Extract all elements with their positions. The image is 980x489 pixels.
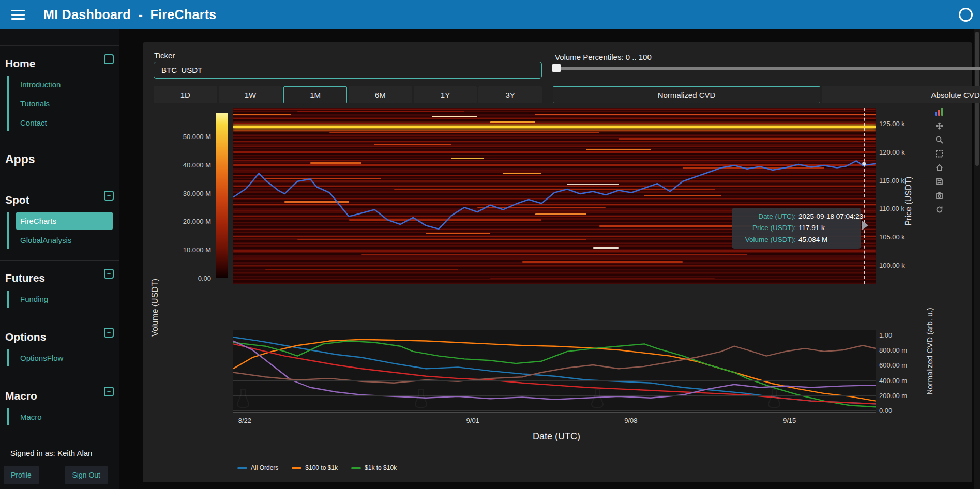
section-heading: Apps xyxy=(5,152,35,166)
section-heading: Options xyxy=(5,331,46,343)
app-title: MI Dashboard - FireCharts xyxy=(43,7,217,22)
firecharts-figure: Volume (USDT) 50.000 M40.000 M30.000 M20… xyxy=(143,106,972,482)
x-tick-label: 9/01 xyxy=(466,417,479,424)
legend-label: All Orders xyxy=(251,464,278,471)
legend-item-all-orders[interactable]: All Orders xyxy=(237,464,278,471)
tooltip-label: Date (UTC): xyxy=(735,212,796,221)
top-bar: MI Dashboard - FireCharts xyxy=(0,0,980,29)
sidebar-item-contact[interactable]: Contact xyxy=(16,114,114,131)
divider xyxy=(0,437,119,437)
legend-item--100-to-1k[interactable]: $100 to $1k xyxy=(292,464,338,471)
range-button-1m[interactable]: 1M xyxy=(283,86,347,103)
cvd-tick-label: 0.00 xyxy=(879,407,892,415)
sidebar-section-apps: Apps xyxy=(0,143,119,177)
x-tick-label: 9/15 xyxy=(783,417,796,424)
range-button-1w[interactable]: 1W xyxy=(219,86,282,103)
x-tick-mark xyxy=(790,413,790,416)
price-tick-label: 115.00 k xyxy=(879,177,904,185)
reset-icon[interactable] xyxy=(934,204,944,215)
tooltip-arrow-icon xyxy=(862,221,868,230)
cvd-tick-label: 200.00 m xyxy=(879,392,907,400)
sidebar-section-options: Options−OptionsFlow xyxy=(0,319,119,373)
tooltip-value: 45.084 M xyxy=(798,235,827,244)
menu-icon[interactable] xyxy=(4,0,32,29)
x-tick-label: 9/08 xyxy=(624,417,637,424)
x-tick-mark xyxy=(631,413,631,416)
price-line-chart xyxy=(233,108,876,284)
sidebar-section-macro: Macro−Macro xyxy=(0,378,119,432)
price-tick-label: 120.00 k xyxy=(879,148,905,156)
section-heading: Futures xyxy=(5,272,45,284)
range-button-6m[interactable]: 6M xyxy=(349,86,412,103)
pan-icon[interactable] xyxy=(934,120,944,131)
range-button-1y[interactable]: 1Y xyxy=(414,86,477,103)
cvd-tick-label: 800.00 m xyxy=(879,346,907,354)
heatmap-plot[interactable] xyxy=(233,108,876,284)
gridline xyxy=(790,330,790,412)
legend-row-1: All Orders$100 to $1k$1k to $10k xyxy=(237,464,397,471)
gridline xyxy=(233,350,876,350)
volume-percentiles-slider[interactable] xyxy=(553,64,980,73)
sidebar-section-spot: Spot−FireChartsGlobalAnalysis xyxy=(0,182,119,255)
volume-percentiles-label: Volume Percentiles: 0 .. 100 xyxy=(555,53,652,62)
watermark-icon xyxy=(766,389,782,411)
x-tick-mark xyxy=(473,413,473,416)
colorbar-tick-label: 0.00 xyxy=(178,274,211,282)
collapse-icon[interactable]: − xyxy=(104,328,114,338)
colorbar-tick-label: 40.000 M xyxy=(178,161,211,169)
slider-handle-low[interactable] xyxy=(552,64,561,72)
collapse-icon[interactable]: − xyxy=(104,269,114,279)
toggle-button-absolute-cvd[interactable]: Absolute CVD xyxy=(822,86,980,103)
sidebar-top-pad xyxy=(0,29,119,46)
toggle-button-normalized-cvd[interactable]: Normalized CVD xyxy=(553,86,820,103)
zoom-icon[interactable] xyxy=(934,134,944,145)
range-button-1d[interactable]: 1D xyxy=(154,86,217,103)
legend-label: $100 to $1k xyxy=(305,464,338,471)
sidebar: Home−IntroductionTutorialsContactAppsSpo… xyxy=(0,29,119,489)
box-select-icon[interactable] xyxy=(934,148,944,159)
sidebar-item-globalanalysis[interactable]: GlobalAnalysis xyxy=(16,232,114,249)
tooltip-value: 117.91 k xyxy=(798,223,825,233)
main-content-card: Ticker Volume Percentiles: 0 .. 100 1D1W… xyxy=(143,42,972,482)
range-button-3y[interactable]: 3Y xyxy=(478,86,542,103)
legend-swatch xyxy=(237,467,247,469)
ticker-input[interactable] xyxy=(154,62,542,79)
cvd-tick-label: 400.00 m xyxy=(879,377,907,385)
collapse-icon[interactable]: − xyxy=(104,54,114,64)
legend-item--1k-to-10k[interactable]: $1k to $10k xyxy=(351,464,397,471)
crosshair-line xyxy=(864,108,865,284)
collapse-icon[interactable]: − xyxy=(104,387,114,396)
sidebar-item-introduction[interactable]: Introduction xyxy=(16,76,114,93)
tooltip-label: Volume (USDT): xyxy=(735,235,796,244)
watermark-icon xyxy=(590,389,605,411)
save-icon[interactable] xyxy=(934,176,944,187)
sidebar-item-optionsflow[interactable]: OptionsFlow xyxy=(16,349,114,366)
cvd-tick-label: 600.00 m xyxy=(879,361,907,369)
sign-out-button[interactable]: Sign Out xyxy=(65,466,108,484)
x-axis-title: Date (UTC) xyxy=(500,431,613,442)
camera-icon[interactable] xyxy=(934,190,944,201)
legend-swatch xyxy=(292,467,301,469)
colorbar-tick-label: 50.000 M xyxy=(178,133,211,141)
gridline xyxy=(233,335,876,335)
cvd-tick-label: 1.00 xyxy=(879,331,892,339)
home-icon[interactable] xyxy=(934,162,944,173)
signed-in-text: Signed in as: Keith Alan xyxy=(10,449,119,457)
collapse-icon[interactable]: − xyxy=(104,191,114,201)
sidebar-section-home: Home−IntroductionTutorialsContact xyxy=(0,46,119,137)
loading-circle-icon[interactable] xyxy=(959,8,973,22)
sidebar-item-macro[interactable]: Macro xyxy=(16,408,114,425)
profile-button[interactable]: Profile xyxy=(4,466,39,484)
ticker-label: Ticker xyxy=(154,51,175,60)
sidebar-item-tutorials[interactable]: Tutorials xyxy=(16,95,114,112)
cvd-plot[interactable] xyxy=(233,330,876,413)
price-tick-label: 125.00 k xyxy=(879,120,905,128)
chart-tooltip: Date (UTC):2025-09-18 07:04:23Price (USD… xyxy=(732,208,861,249)
tooltip-value: 2025-09-18 07:04:23 xyxy=(798,212,863,221)
sidebar-item-funding[interactable]: Funding xyxy=(16,291,114,308)
sidebar-item-firecharts[interactable]: FireCharts xyxy=(16,212,113,230)
slider-track[interactable] xyxy=(553,67,980,70)
gridline xyxy=(233,365,876,365)
plotly-modebar xyxy=(932,106,946,215)
plotly-logo-icon[interactable] xyxy=(934,106,944,117)
